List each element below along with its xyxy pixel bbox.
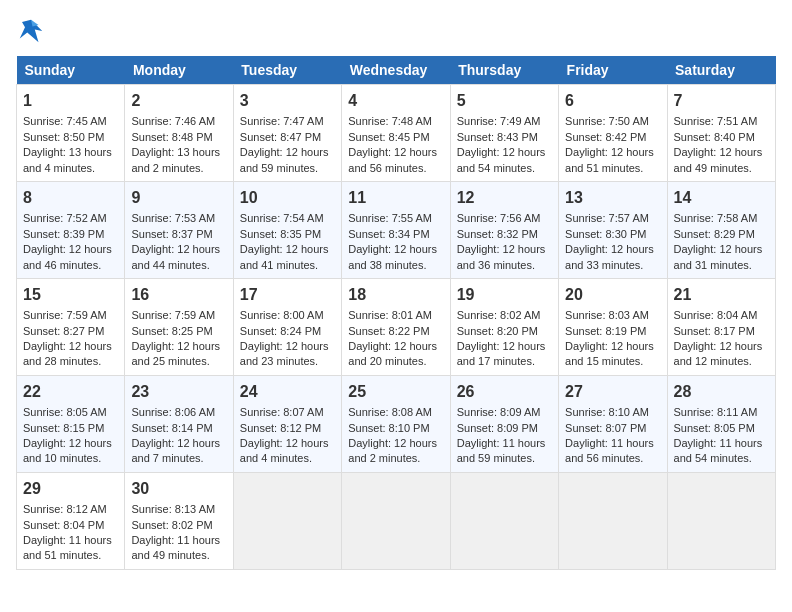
calendar-table: SundayMondayTuesdayWednesdayThursdayFrid… (16, 56, 776, 570)
sunrise: Sunrise: 7:53 AM (131, 212, 215, 224)
daylight: Daylight: 12 hours and 17 minutes. (457, 340, 546, 367)
sunset: Sunset: 8:42 PM (565, 131, 646, 143)
sunset: Sunset: 8:45 PM (348, 131, 429, 143)
daylight: Daylight: 12 hours and 36 minutes. (457, 243, 546, 270)
daylight: Daylight: 12 hours and 49 minutes. (674, 146, 763, 173)
daylight: Daylight: 11 hours and 59 minutes. (457, 437, 546, 464)
calendar-cell: 23Sunrise: 8:06 AMSunset: 8:14 PMDayligh… (125, 375, 233, 472)
daylight: Daylight: 12 hours and 33 minutes. (565, 243, 654, 270)
day-number: 18 (348, 284, 443, 306)
daylight: Daylight: 11 hours and 56 minutes. (565, 437, 654, 464)
calendar-cell: 15Sunrise: 7:59 AMSunset: 8:27 PMDayligh… (17, 278, 125, 375)
sunrise: Sunrise: 7:45 AM (23, 115, 107, 127)
daylight: Daylight: 12 hours and 12 minutes. (674, 340, 763, 367)
daylight: Daylight: 12 hours and 46 minutes. (23, 243, 112, 270)
day-number: 12 (457, 187, 552, 209)
day-number: 28 (674, 381, 769, 403)
sunrise: Sunrise: 8:03 AM (565, 309, 649, 321)
daylight: Daylight: 12 hours and 10 minutes. (23, 437, 112, 464)
sunrise: Sunrise: 7:49 AM (457, 115, 541, 127)
sunset: Sunset: 8:24 PM (240, 325, 321, 337)
day-number: 19 (457, 284, 552, 306)
header-saturday: Saturday (667, 56, 775, 85)
calendar-cell: 14Sunrise: 7:58 AMSunset: 8:29 PMDayligh… (667, 181, 775, 278)
sunrise: Sunrise: 8:12 AM (23, 503, 107, 515)
calendar-cell: 6Sunrise: 7:50 AMSunset: 8:42 PMDaylight… (559, 85, 667, 182)
sunrise: Sunrise: 8:06 AM (131, 406, 215, 418)
calendar-cell: 10Sunrise: 7:54 AMSunset: 8:35 PMDayligh… (233, 181, 341, 278)
daylight: Daylight: 12 hours and 56 minutes. (348, 146, 437, 173)
sunrise: Sunrise: 8:01 AM (348, 309, 432, 321)
day-number: 25 (348, 381, 443, 403)
calendar-cell: 27Sunrise: 8:10 AMSunset: 8:07 PMDayligh… (559, 375, 667, 472)
calendar-cell: 9Sunrise: 7:53 AMSunset: 8:37 PMDaylight… (125, 181, 233, 278)
sunset: Sunset: 8:40 PM (674, 131, 755, 143)
calendar-cell: 24Sunrise: 8:07 AMSunset: 8:12 PMDayligh… (233, 375, 341, 472)
calendar-cell: 22Sunrise: 8:05 AMSunset: 8:15 PMDayligh… (17, 375, 125, 472)
svg-marker-0 (20, 20, 43, 43)
calendar-cell: 2Sunrise: 7:46 AMSunset: 8:48 PMDaylight… (125, 85, 233, 182)
header (16, 16, 776, 46)
daylight: Daylight: 13 hours and 4 minutes. (23, 146, 112, 173)
calendar-cell: 5Sunrise: 7:49 AMSunset: 8:43 PMDaylight… (450, 85, 558, 182)
day-number: 6 (565, 90, 660, 112)
calendar-header-row: SundayMondayTuesdayWednesdayThursdayFrid… (17, 56, 776, 85)
daylight: Daylight: 12 hours and 59 minutes. (240, 146, 329, 173)
logo-icon (16, 16, 46, 46)
sunset: Sunset: 8:47 PM (240, 131, 321, 143)
week-row-0: 1Sunrise: 7:45 AMSunset: 8:50 PMDaylight… (17, 85, 776, 182)
sunset: Sunset: 8:43 PM (457, 131, 538, 143)
calendar-cell: 11Sunrise: 7:55 AMSunset: 8:34 PMDayligh… (342, 181, 450, 278)
sunrise: Sunrise: 7:50 AM (565, 115, 649, 127)
sunset: Sunset: 8:50 PM (23, 131, 104, 143)
day-number: 10 (240, 187, 335, 209)
calendar-cell: 20Sunrise: 8:03 AMSunset: 8:19 PMDayligh… (559, 278, 667, 375)
calendar-cell: 18Sunrise: 8:01 AMSunset: 8:22 PMDayligh… (342, 278, 450, 375)
sunrise: Sunrise: 8:08 AM (348, 406, 432, 418)
day-number: 22 (23, 381, 118, 403)
sunset: Sunset: 8:12 PM (240, 422, 321, 434)
day-number: 16 (131, 284, 226, 306)
day-number: 30 (131, 478, 226, 500)
calendar-cell: 29Sunrise: 8:12 AMSunset: 8:04 PMDayligh… (17, 472, 125, 569)
sunrise: Sunrise: 8:00 AM (240, 309, 324, 321)
sunrise: Sunrise: 7:46 AM (131, 115, 215, 127)
day-number: 5 (457, 90, 552, 112)
day-number: 27 (565, 381, 660, 403)
calendar-cell: 17Sunrise: 8:00 AMSunset: 8:24 PMDayligh… (233, 278, 341, 375)
calendar-cell (233, 472, 341, 569)
logo (16, 16, 50, 46)
daylight: Daylight: 12 hours and 51 minutes. (565, 146, 654, 173)
daylight: Daylight: 12 hours and 38 minutes. (348, 243, 437, 270)
sunset: Sunset: 8:15 PM (23, 422, 104, 434)
calendar-cell: 26Sunrise: 8:09 AMSunset: 8:09 PMDayligh… (450, 375, 558, 472)
day-number: 3 (240, 90, 335, 112)
daylight: Daylight: 11 hours and 49 minutes. (131, 534, 220, 561)
calendar-cell (559, 472, 667, 569)
calendar-cell (667, 472, 775, 569)
daylight: Daylight: 12 hours and 23 minutes. (240, 340, 329, 367)
day-number: 20 (565, 284, 660, 306)
sunset: Sunset: 8:10 PM (348, 422, 429, 434)
sunset: Sunset: 8:48 PM (131, 131, 212, 143)
calendar-cell (450, 472, 558, 569)
day-number: 4 (348, 90, 443, 112)
day-number: 26 (457, 381, 552, 403)
sunrise: Sunrise: 7:59 AM (23, 309, 107, 321)
daylight: Daylight: 12 hours and 15 minutes. (565, 340, 654, 367)
daylight: Daylight: 12 hours and 25 minutes. (131, 340, 220, 367)
day-number: 11 (348, 187, 443, 209)
sunset: Sunset: 8:19 PM (565, 325, 646, 337)
calendar-cell: 7Sunrise: 7:51 AMSunset: 8:40 PMDaylight… (667, 85, 775, 182)
daylight: Daylight: 12 hours and 54 minutes. (457, 146, 546, 173)
day-number: 24 (240, 381, 335, 403)
sunrise: Sunrise: 7:57 AM (565, 212, 649, 224)
day-number: 23 (131, 381, 226, 403)
daylight: Daylight: 12 hours and 28 minutes. (23, 340, 112, 367)
daylight: Daylight: 12 hours and 44 minutes. (131, 243, 220, 270)
sunset: Sunset: 8:34 PM (348, 228, 429, 240)
sunset: Sunset: 8:09 PM (457, 422, 538, 434)
sunrise: Sunrise: 8:09 AM (457, 406, 541, 418)
daylight: Daylight: 11 hours and 51 minutes. (23, 534, 112, 561)
sunrise: Sunrise: 7:55 AM (348, 212, 432, 224)
